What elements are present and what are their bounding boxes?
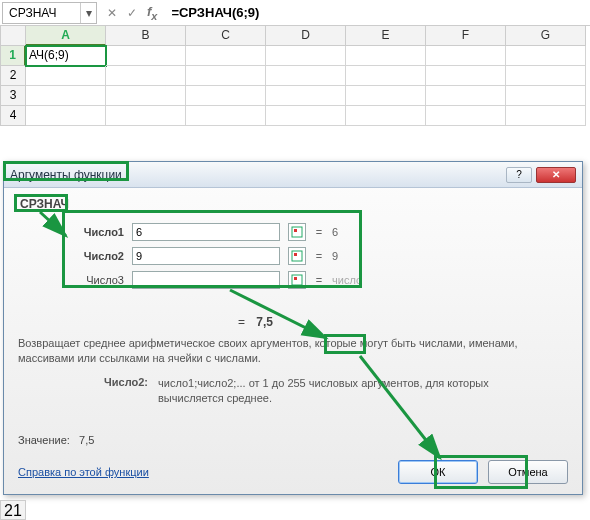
col-header-F[interactable]: F — [426, 26, 506, 46]
cancel-button[interactable]: Отмена — [488, 460, 568, 484]
dialog-titlebar[interactable]: Аргументы функции ? ✕ — [4, 162, 582, 188]
column-headers: A B C D E F G — [0, 26, 590, 46]
value-line: Значение: 7,5 — [18, 434, 568, 446]
close-icon: ✕ — [552, 169, 560, 180]
arg3-label: Число3 — [64, 274, 124, 286]
arg2-ref-picker-icon[interactable] — [288, 247, 306, 265]
function-arguments-dialog: Аргументы функции ? ✕ СРЗНАЧ Число1 = 6 … — [3, 161, 583, 495]
cell-D1[interactable] — [266, 46, 346, 66]
col-header-G[interactable]: G — [506, 26, 586, 46]
svg-rect-5 — [294, 277, 297, 280]
function-description: Возвращает среднее арифметическое своих … — [18, 336, 568, 366]
row-header-3[interactable]: 3 — [0, 86, 26, 106]
col-header-A[interactable]: A — [26, 26, 106, 46]
result-value: 7,5 — [252, 314, 277, 330]
fx-icon[interactable]: fx — [147, 4, 157, 22]
row-header-1[interactable]: 1 — [0, 46, 26, 66]
arg3-result: число — [332, 274, 362, 286]
ok-button[interactable]: ОК — [398, 460, 478, 484]
dialog-help-button[interactable]: ? — [506, 167, 532, 183]
select-all-corner[interactable] — [0, 26, 26, 46]
argdesc-text: число1;число2;... от 1 до 255 числовых а… — [158, 376, 568, 406]
name-box-dropdown-icon[interactable]: ▾ — [80, 3, 96, 23]
function-name-label: СРЗНАЧ — [18, 196, 71, 212]
dialog-close-button[interactable]: ✕ — [536, 167, 576, 183]
arg1-ref-picker-icon[interactable] — [288, 223, 306, 241]
name-box-text: СРЗНАЧ — [9, 6, 56, 20]
cell-A2[interactable] — [26, 66, 106, 86]
cell-F1[interactable] — [426, 46, 506, 66]
cell-E1[interactable] — [346, 46, 426, 66]
svg-rect-3 — [294, 253, 297, 256]
arguments-table: Число1 = 6 Число2 = 9 Число3 = число — [64, 220, 568, 292]
row-header-4[interactable]: 4 — [0, 106, 26, 126]
col-header-B[interactable]: B — [106, 26, 186, 46]
svg-rect-1 — [294, 229, 297, 232]
arg1-result: 6 — [332, 226, 338, 238]
bottom-value: 7,5 — [79, 434, 94, 446]
arg3-input[interactable] — [132, 271, 280, 289]
enter-formula-icon[interactable]: ✓ — [127, 6, 137, 20]
cell-B1[interactable] — [106, 46, 186, 66]
formula-bar-input[interactable] — [167, 2, 590, 24]
result-line: = 7,5 — [18, 314, 568, 330]
col-header-E[interactable]: E — [346, 26, 426, 46]
col-header-D[interactable]: D — [266, 26, 346, 46]
arg2-result: 9 — [332, 250, 338, 262]
arg3-ref-picker-icon[interactable] — [288, 271, 306, 289]
name-box[interactable]: СРЗНАЧ ▾ — [2, 2, 97, 24]
arg1-label: Число1 — [64, 226, 124, 238]
arg2-input[interactable] — [132, 247, 280, 265]
argument-description: Число2: число1;число2;... от 1 до 255 чи… — [78, 376, 568, 406]
help-link[interactable]: Справка по этой функции — [18, 466, 149, 478]
cell-A1[interactable]: АЧ(6;9) — [26, 46, 106, 66]
argdesc-label: Число2: — [78, 376, 158, 406]
cancel-formula-icon[interactable]: ✕ — [107, 6, 117, 20]
arg1-input[interactable] — [132, 223, 280, 241]
help-icon: ? — [516, 169, 522, 180]
cell-C1[interactable] — [186, 46, 266, 66]
cell-G1[interactable] — [506, 46, 586, 66]
dialog-title: Аргументы функции — [10, 168, 122, 182]
arg2-label: Число2 — [64, 250, 124, 262]
row-header-stub[interactable]: 21 — [0, 500, 26, 520]
col-header-C[interactable]: C — [186, 26, 266, 46]
row-header-2[interactable]: 2 — [0, 66, 26, 86]
eq-sign: = — [314, 226, 324, 238]
